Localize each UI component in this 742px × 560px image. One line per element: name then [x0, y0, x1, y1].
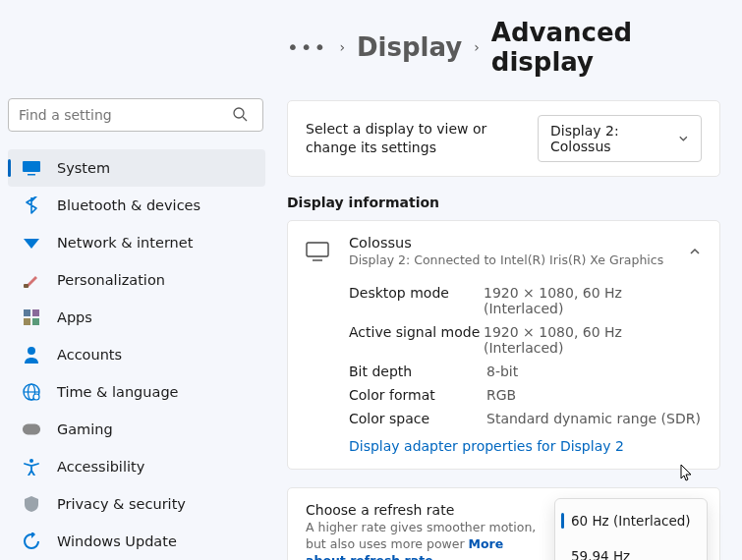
nav-list: SystemBluetooth & devicesNetwork & inter… [8, 149, 265, 560]
info-row: Active signal mode1920 × 1080, 60 Hz (In… [349, 320, 702, 360]
sidebar-item-label: Bluetooth & devices [57, 197, 200, 213]
info-value: 8-bit [486, 364, 518, 379]
sidebar-item-windows-update[interactable]: Windows Update [8, 523, 265, 560]
svg-line-1 [243, 117, 247, 121]
info-value: Standard dynamic range (SDR) [486, 411, 701, 426]
svg-rect-14 [23, 424, 40, 435]
info-value: RGB [486, 387, 516, 403]
info-key: Color format [349, 387, 486, 403]
sidebar-item-personalization[interactable]: Personalization [8, 261, 265, 299]
update-icon [22, 532, 41, 551]
page-title: Advanced display [491, 18, 720, 77]
info-key: Active signal mode [349, 324, 484, 356]
sidebar-item-label: Time & language [57, 384, 179, 400]
info-key: Color space [349, 411, 486, 426]
info-key: Desktop mode [349, 285, 484, 316]
settings-sidebar: SystemBluetooth & devicesNetwork & inter… [0, 0, 273, 560]
search-wrapper [8, 98, 265, 132]
refresh-rate-dropdown-open: 60 Hz (Interlaced)59.94 Hz (Interlaced)5… [554, 498, 708, 560]
wifi-icon [22, 233, 41, 252]
refresh-rate-option[interactable]: 60 Hz (Interlaced) [559, 503, 703, 538]
refresh-rate-subtitle: A higher rate gives smoother motion, but… [306, 520, 542, 560]
refresh-rate-card: Choose a refresh rate A higher rate give… [287, 487, 720, 560]
monitor-icon [306, 242, 331, 261]
cursor-icon [680, 464, 694, 481]
refresh-rate-option[interactable]: 59.94 Hz (Interlaced) [559, 538, 703, 560]
search-icon [232, 106, 248, 122]
sidebar-item-gaming[interactable]: Gaming [8, 411, 265, 448]
sidebar-item-label: Accessibility [57, 459, 144, 475]
sidebar-item-accounts[interactable]: Accounts [8, 336, 265, 373]
sidebar-item-label: Apps [57, 309, 92, 325]
gaming-icon [22, 420, 41, 439]
display-connection: Display 2: Connected to Intel(R) Iris(R)… [349, 252, 663, 267]
info-value: 1920 × 1080, 60 Hz (Interlaced) [484, 324, 702, 356]
svg-rect-16 [307, 243, 328, 256]
info-row: Bit depth8-bit [349, 360, 702, 383]
sidebar-item-bluetooth-devices[interactable]: Bluetooth & devices [8, 187, 265, 224]
breadcrumb-parent[interactable]: Display [357, 32, 462, 62]
sidebar-item-label: Windows Update [57, 533, 177, 549]
info-row: Color formatRGB [349, 383, 702, 407]
display-info-heading: Display information [287, 195, 720, 210]
display-name: Colossus [349, 235, 663, 251]
chevron-right-icon: › [474, 39, 480, 55]
svg-rect-3 [28, 174, 35, 176]
person-icon [22, 345, 41, 364]
sidebar-item-time-language[interactable]: Time & language [8, 373, 265, 411]
svg-rect-6 [32, 309, 39, 316]
select-display-card: Select a display to view or change its s… [287, 100, 720, 177]
sidebar-item-label: Accounts [57, 347, 122, 363]
display-selector-value: Display 2: Colossus [550, 123, 668, 154]
brush-icon [22, 270, 41, 290]
shield-icon [22, 494, 41, 514]
sidebar-item-label: Personalization [57, 272, 165, 288]
sidebar-item-network-internet[interactable]: Network & internet [8, 224, 265, 261]
svg-point-9 [28, 347, 35, 355]
breadcrumb-ellipsis-icon[interactable]: ••• [287, 35, 327, 59]
search-input[interactable] [8, 98, 263, 132]
svg-point-13 [33, 394, 39, 400]
select-display-prompt: Select a display to view or change its s… [306, 120, 522, 157]
chevron-down-icon [678, 133, 689, 144]
sidebar-item-label: Gaming [57, 421, 113, 437]
bluetooth-icon [22, 196, 41, 215]
globe-icon [22, 382, 41, 402]
chevron-right-icon: › [339, 39, 345, 55]
display-info-body: Desktop mode1920 × 1080, 60 Hz (Interlac… [288, 281, 719, 469]
display-info-card: Colossus Display 2: Connected to Intel(R… [287, 220, 720, 470]
apps-icon [22, 308, 41, 327]
accessibility-icon [22, 457, 41, 476]
svg-rect-2 [23, 161, 40, 172]
svg-rect-4 [24, 284, 29, 288]
svg-rect-7 [24, 318, 30, 325]
refresh-rate-title: Choose a refresh rate [306, 502, 542, 518]
adapter-properties-link[interactable]: Display adapter properties for Display 2 [349, 438, 624, 454]
info-row: Desktop mode1920 × 1080, 60 Hz (Interlac… [349, 281, 702, 320]
sidebar-item-label: System [57, 160, 110, 176]
sidebar-item-accessibility[interactable]: Accessibility [8, 448, 265, 485]
svg-rect-5 [24, 309, 30, 316]
info-value: 1920 × 1080, 60 Hz (Interlaced) [484, 285, 702, 316]
sidebar-item-label: Privacy & security [57, 496, 186, 512]
main-content: ••• › Display › Advanced display Select … [273, 0, 742, 560]
sidebar-item-label: Network & internet [57, 235, 193, 251]
chevron-up-icon [688, 245, 702, 258]
sidebar-item-system[interactable]: System [8, 149, 265, 187]
svg-point-15 [29, 459, 33, 463]
system-icon [22, 158, 41, 178]
svg-point-0 [234, 108, 244, 118]
sidebar-item-privacy-security[interactable]: Privacy & security [8, 485, 265, 523]
display-selector-dropdown[interactable]: Display 2: Colossus [538, 115, 702, 162]
sidebar-item-apps[interactable]: Apps [8, 299, 265, 336]
info-row: Color spaceStandard dynamic range (SDR) [349, 407, 702, 430]
breadcrumb: ••• › Display › Advanced display [287, 18, 720, 77]
svg-rect-8 [32, 318, 39, 325]
info-key: Bit depth [349, 364, 486, 379]
display-info-header[interactable]: Colossus Display 2: Connected to Intel(R… [288, 221, 719, 281]
